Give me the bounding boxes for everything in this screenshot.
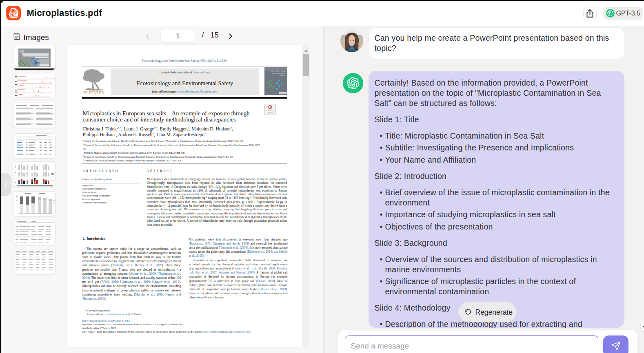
svg-text:a.u.: a.u. (15, 85, 16, 87)
svg-text:updates: updates (267, 112, 273, 113)
svg-text:SAFETY: SAFETY (279, 75, 286, 77)
svg-text:ELSEVIER: ELSEVIER (83, 90, 104, 95)
svg-text:Check for: Check for (267, 110, 273, 112)
svg-text:PDF: PDF (9, 13, 16, 16)
